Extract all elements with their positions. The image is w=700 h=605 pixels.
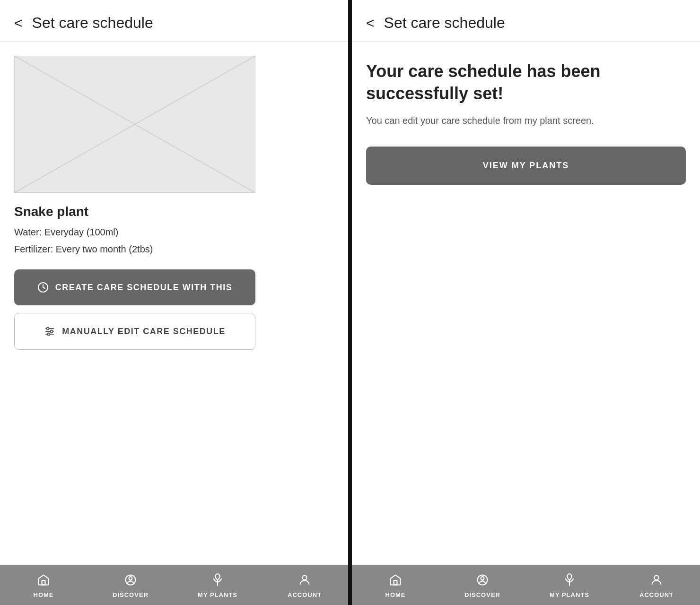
right-panel: < Set care schedule Your care schedule h…	[352, 0, 700, 605]
right-header: < Set care schedule	[352, 0, 700, 42]
left-nav-home[interactable]: HOME	[0, 573, 87, 598]
right-nav-discover[interactable]: DISCOVER	[439, 573, 526, 598]
right-nav-account[interactable]: ACCOUNT	[613, 573, 700, 598]
account-icon	[298, 573, 311, 588]
svg-rect-14	[394, 580, 397, 585]
right-myplants-icon	[563, 573, 576, 588]
clock-icon	[37, 282, 49, 293]
plant-name: Snake plant	[14, 204, 334, 219]
svg-rect-10	[42, 580, 45, 585]
right-discover-icon	[476, 573, 489, 588]
right-home-icon	[389, 573, 402, 588]
right-nav-discover-label: DISCOVER	[464, 591, 500, 598]
plant-fertilizer: Fertilizer: Every two month (2tbs)	[14, 242, 334, 256]
left-header-title: Set care schedule	[32, 14, 153, 32]
plant-image-placeholder	[14, 56, 255, 193]
svg-point-8	[51, 330, 53, 333]
svg-point-13	[302, 576, 306, 580]
manually-edit-button[interactable]: MANUALLY EDIT CARE SCHEDULE	[14, 313, 255, 350]
right-panel-content: Your care schedule has been successfully…	[352, 42, 700, 565]
left-panel-content: Snake plant Water: Everyday (100ml) Fert…	[0, 42, 348, 565]
sliders-icon	[44, 326, 55, 337]
right-bottom-nav: HOME DISCOVER MY PLANTS	[352, 565, 700, 605]
create-schedule-label: CREATE CARE SCHEDULE WITH THIS	[55, 283, 233, 293]
left-nav-home-label: HOME	[34, 591, 54, 598]
left-nav-account[interactable]: ACCOUNT	[261, 573, 348, 598]
left-nav-discover-label: DISCOVER	[113, 591, 149, 598]
right-nav-home[interactable]: HOME	[352, 573, 439, 598]
right-nav-myplants-label: MY PLANTS	[550, 591, 589, 598]
right-account-icon	[650, 573, 663, 588]
left-nav-myplants[interactable]: MY PLANTS	[174, 573, 261, 598]
svg-point-16	[481, 577, 484, 580]
success-title: Your care schedule has been successfully…	[366, 60, 686, 105]
right-nav-home-label: HOME	[385, 591, 406, 598]
right-header-title: Set care schedule	[384, 14, 505, 32]
left-back-button[interactable]: <	[14, 16, 23, 30]
left-header: < Set care schedule	[0, 0, 348, 42]
left-panel: < Set care schedule Snake plant Water: E…	[0, 0, 348, 605]
myplants-icon	[211, 573, 224, 588]
right-back-button[interactable]: <	[366, 16, 375, 30]
manually-edit-label: MANUALLY EDIT CARE SCHEDULE	[62, 327, 226, 337]
svg-point-7	[47, 328, 49, 330]
plant-water: Water: Everyday (100ml)	[14, 225, 334, 239]
view-my-plants-button[interactable]: VIEW MY PLANTS	[366, 147, 686, 185]
svg-point-12	[129, 577, 132, 580]
discover-icon	[124, 573, 137, 588]
svg-point-9	[48, 333, 50, 336]
home-icon	[37, 573, 50, 588]
svg-point-17	[654, 576, 658, 580]
right-nav-myplants[interactable]: MY PLANTS	[526, 573, 613, 598]
left-bottom-nav: HOME DISCOVER MY PLANTS	[0, 565, 348, 605]
left-nav-myplants-label: MY PLANTS	[198, 591, 237, 598]
right-nav-account-label: ACCOUNT	[639, 591, 674, 598]
success-subtitle: You can edit your care schedule from my …	[366, 113, 686, 128]
left-nav-account-label: ACCOUNT	[288, 591, 322, 598]
panel-divider	[348, 0, 352, 605]
left-nav-discover[interactable]: DISCOVER	[87, 573, 174, 598]
create-care-schedule-button[interactable]: CREATE CARE SCHEDULE WITH THIS	[14, 269, 255, 305]
